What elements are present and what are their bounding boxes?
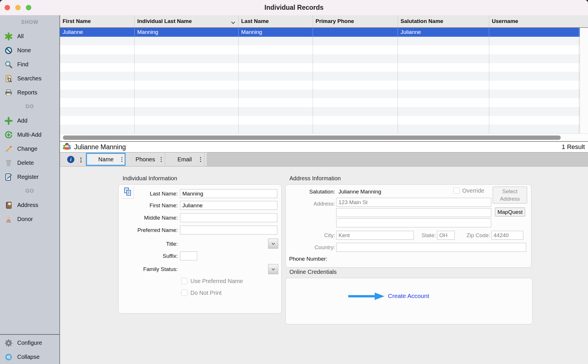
table-cell[interactable] — [398, 37, 489, 46]
table-cell[interactable] — [60, 37, 135, 46]
table-cell[interactable] — [313, 90, 398, 98]
table-cell[interactable] — [489, 98, 579, 107]
table-cell[interactable] — [398, 45, 489, 54]
table-cell[interactable] — [60, 90, 135, 98]
table-cell[interactable] — [398, 90, 489, 98]
table-cell[interactable] — [135, 72, 239, 81]
sidebar-item-donor[interactable]: Donor — [0, 212, 59, 226]
table-cell[interactable] — [60, 45, 135, 54]
table-cell[interactable] — [135, 81, 239, 90]
table-cell[interactable]: Manning — [239, 28, 313, 37]
table-cell[interactable] — [135, 107, 239, 116]
table-cell[interactable] — [135, 116, 239, 125]
table-cell[interactable] — [489, 45, 579, 54]
table-row[interactable] — [60, 63, 580, 72]
table-cell[interactable] — [239, 72, 313, 81]
table-cell[interactable] — [60, 81, 135, 90]
column-header-first-name[interactable]: First Name — [60, 15, 135, 27]
table-cell[interactable] — [239, 107, 313, 116]
horizontal-scrollbar-thumb[interactable] — [63, 135, 561, 140]
table-row[interactable] — [60, 37, 580, 46]
select-address-button[interactable]: Select Address — [493, 187, 527, 204]
table-cell[interactable] — [60, 107, 135, 116]
table-cell[interactable] — [313, 116, 398, 125]
sidebar-item-register[interactable]: Register — [0, 170, 59, 184]
table-row[interactable] — [60, 54, 580, 63]
first-name-input[interactable] — [180, 201, 277, 210]
table-cell[interactable] — [313, 98, 398, 107]
column-header-salutation-name[interactable]: Salutation Name — [398, 15, 489, 27]
suffix-input[interactable] — [180, 251, 197, 260]
sidebar-item-collapse[interactable]: Collapse — [0, 350, 59, 364]
table-cell[interactable] — [489, 37, 579, 46]
table-cell[interactable] — [489, 54, 579, 63]
table-cell[interactable] — [60, 116, 135, 125]
table-cell[interactable] — [489, 116, 579, 125]
override-checkbox[interactable] — [453, 187, 460, 194]
table-cell[interactable] — [60, 125, 135, 133]
table-row[interactable] — [60, 72, 580, 81]
last-name-input[interactable] — [180, 189, 277, 198]
table-cell[interactable] — [239, 54, 313, 63]
table-cell[interactable] — [239, 81, 313, 90]
column-header-last-name[interactable]: Last Name — [239, 15, 313, 27]
sidebar-item-none[interactable]: None — [0, 43, 59, 57]
table-cell[interactable] — [239, 125, 313, 133]
state-input[interactable] — [437, 231, 455, 240]
table-row[interactable]: JulianneManningManningJulianne — [60, 28, 580, 37]
table-row[interactable] — [60, 98, 580, 107]
table-cell[interactable] — [398, 98, 489, 107]
table-row[interactable] — [60, 90, 580, 98]
table-cell[interactable] — [398, 63, 489, 72]
table-cell[interactable] — [60, 54, 135, 63]
table-cell[interactable] — [489, 90, 579, 98]
sidebar-item-multi-add[interactable]: Multi-Add — [0, 128, 59, 142]
tab-email[interactable]: Email — [165, 152, 204, 166]
address-line2-input[interactable] — [336, 208, 491, 217]
table-cell[interactable] — [239, 63, 313, 72]
tab-drag-handle-icon[interactable] — [121, 157, 123, 162]
sidebar-item-searches[interactable]: Searches — [0, 71, 59, 86]
table-cell[interactable] — [489, 125, 579, 133]
sidebar-item-add[interactable]: Add — [0, 114, 59, 128]
table-cell[interactable] — [313, 81, 398, 90]
table-cell[interactable] — [313, 54, 398, 63]
table-cell[interactable] — [489, 72, 579, 81]
sidebar-item-all[interactable]: All — [0, 29, 59, 43]
table-cell[interactable]: Julianne — [60, 28, 135, 37]
table-cell[interactable] — [313, 28, 398, 37]
table-cell[interactable] — [135, 45, 239, 54]
table-cell[interactable]: Julianne — [398, 28, 489, 37]
sidebar-item-configure[interactable]: Configure — [0, 336, 59, 350]
table-cell[interactable] — [239, 37, 313, 46]
table-row[interactable] — [60, 45, 580, 54]
sidebar-item-find[interactable]: Find — [0, 57, 59, 71]
table-cell[interactable] — [239, 116, 313, 125]
table-cell[interactable] — [489, 28, 579, 37]
tab-drag-handle-icon[interactable] — [200, 157, 201, 162]
sidebar-item-change[interactable]: Change — [0, 142, 59, 156]
sidebar-item-reports[interactable]: Reports — [0, 86, 59, 100]
zip-code-input[interactable] — [491, 231, 523, 240]
preferred-name-input[interactable] — [180, 226, 277, 235]
table-cell[interactable] — [239, 45, 313, 54]
tab-name[interactable]: Name — [86, 152, 126, 166]
horizontal-scrollbar[interactable] — [60, 133, 588, 141]
table-cell[interactable] — [313, 37, 398, 46]
table-cell[interactable] — [313, 107, 398, 116]
table-cell[interactable] — [239, 98, 313, 107]
table-cell[interactable] — [398, 107, 489, 116]
address-line3-input[interactable] — [336, 218, 491, 227]
table-row[interactable] — [60, 107, 580, 116]
title-dropdown-button[interactable] — [268, 239, 278, 249]
address-line1-input[interactable] — [336, 198, 491, 207]
create-account-link[interactable]: Create Account — [388, 293, 429, 299]
table-cell[interactable] — [489, 63, 579, 72]
table-cell[interactable] — [60, 72, 135, 81]
sidebar-item-address[interactable]: Address — [0, 198, 59, 212]
column-header-individual-last-name[interactable]: Individual Last Name — [135, 15, 239, 27]
table-cell[interactable] — [135, 54, 239, 63]
table-cell[interactable] — [398, 81, 489, 90]
table-cell[interactable] — [135, 90, 239, 98]
table-row[interactable] — [60, 81, 580, 90]
